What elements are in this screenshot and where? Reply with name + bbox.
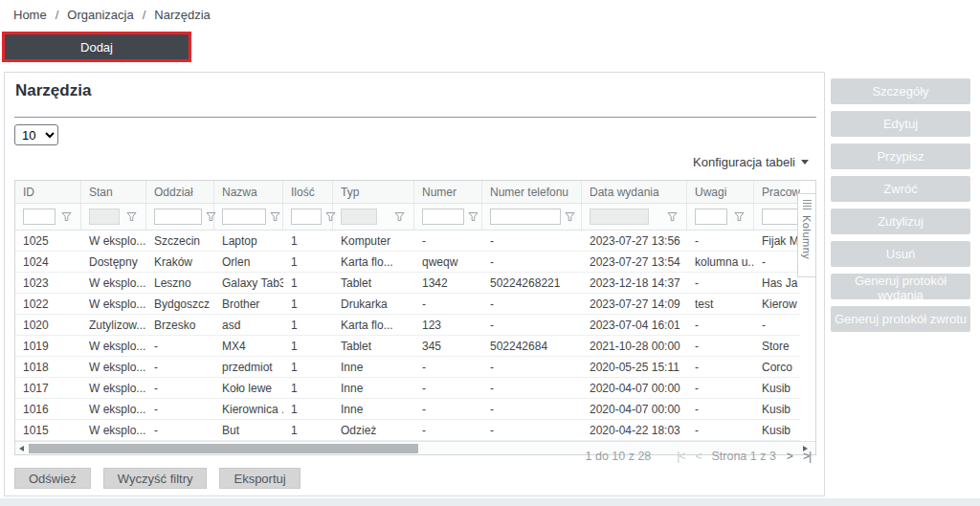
table-cell: - <box>146 357 214 377</box>
edytuj-button[interactable]: Edytuj <box>831 111 970 137</box>
table-cell: - <box>482 252 582 272</box>
table-cell: Inne <box>333 378 414 398</box>
filter-icon[interactable] <box>126 211 137 222</box>
table-row[interactable]: 1018W eksplo...-przedmiot1Inne--2020-05-… <box>15 357 800 378</box>
filter-icon[interactable] <box>61 211 72 222</box>
filter-input-oddzia[interactable] <box>154 209 202 225</box>
table-cell: - <box>687 399 754 419</box>
filter-input-ilosc[interactable] <box>291 209 322 225</box>
table-cell: Corco <box>754 357 800 377</box>
table-cell: Kusib <box>754 420 800 440</box>
table-cell: 2020-04-22 18:03 <box>582 420 687 440</box>
table-row[interactable]: 1022W eksplo...BydgoszczBrother1Drukarka… <box>15 294 800 315</box>
table-cell: Kusib <box>754 399 800 419</box>
table-cell: - <box>482 357 582 377</box>
column-header-nazwa[interactable]: Nazwa <box>214 181 283 203</box>
filter-icon[interactable] <box>565 211 575 222</box>
table-cell: Kraków <box>146 252 214 272</box>
filter-input-pracownik[interactable] <box>762 209 800 225</box>
zutylizuj-button[interactable]: Zutylizuj <box>831 209 970 234</box>
zwroc-button[interactable]: Zwróć <box>831 176 970 202</box>
export-button[interactable]: Eksportuj <box>219 468 300 489</box>
previous-page-icon[interactable]: < <box>695 450 701 463</box>
table-cell: - <box>146 399 214 419</box>
generuj-protokol-wydania-button[interactable]: Generuj protokół wydania <box>831 274 970 299</box>
table-body: 1025W eksplo...SzczecinLaptop1Komputer--… <box>15 231 800 441</box>
page-size-select[interactable]: 10 <box>14 124 58 145</box>
table-cell: 2023-07-27 13:54 <box>582 252 687 272</box>
columns-tab[interactable]: Kolumny <box>797 193 815 277</box>
column-header-data-wydania[interactable]: Data wydania <box>582 181 687 203</box>
table-cell: 1 <box>283 294 333 314</box>
usun-button[interactable]: Usuń <box>831 241 970 267</box>
column-header-label: Numer <box>422 186 457 199</box>
column-header-uwagi[interactable]: Uwagi <box>687 181 754 203</box>
table-cell: - <box>414 378 482 398</box>
przypisz-button[interactable]: Przypisz <box>831 143 970 169</box>
column-header-typ[interactable]: Typ <box>333 181 414 203</box>
filter-input-uwagi[interactable] <box>695 209 727 225</box>
add-button[interactable]: Dodaj <box>5 34 189 59</box>
column-header-ilosc[interactable]: Ilość <box>283 181 333 203</box>
table-cell: - <box>687 336 754 356</box>
filter-icon[interactable] <box>734 211 745 222</box>
footer-buttons: Odśwież Wyczyść filtry Eksportuj <box>14 468 301 489</box>
table-cell: 2020-05-25 15:11 <box>582 357 687 377</box>
filter-input-id[interactable] <box>23 209 56 225</box>
table-cell: - <box>754 252 800 272</box>
table-cell: W eksplo... <box>81 399 146 419</box>
filter-icon[interactable] <box>468 211 479 222</box>
column-header-stan[interactable]: Stan <box>81 181 146 203</box>
column-header-numer[interactable]: Numer <box>414 181 482 203</box>
table-row[interactable]: 1023W eksplo...LesznoGalaxy Tab31Tablet1… <box>15 273 800 294</box>
table-cell: W eksplo... <box>81 273 146 293</box>
filter-icon[interactable] <box>270 211 280 222</box>
filter-input-nazwa[interactable] <box>222 209 266 225</box>
table-cell: Koło lewe <box>214 378 283 398</box>
table-row[interactable]: 1017W eksplo...-Koło lewe1Inne--2020-04-… <box>15 378 800 399</box>
table-row[interactable]: 1015W eksplo...-But1Odzież--2020-04-22 1… <box>15 420 800 441</box>
breadcrumb-item-narzedzia[interactable]: Narzędzia <box>154 8 211 22</box>
breadcrumb-item-organizacja[interactable]: Organizacja <box>67 8 133 22</box>
generuj-protokol-zwrotu-button[interactable]: Generuj protokół zwrotu <box>831 306 970 332</box>
breadcrumb-item-home[interactable]: Home <box>13 8 47 22</box>
column-header-pracownik[interactable]: Pracownik <box>754 181 800 203</box>
table-row[interactable]: 1024DostępnyKrakówOrlen1Karta flo...qweq… <box>15 252 800 273</box>
filter-icon[interactable] <box>394 211 405 222</box>
breadcrumb-separator: / <box>143 8 146 22</box>
next-page-icon[interactable]: > <box>787 450 792 463</box>
table-cell: - <box>482 420 582 440</box>
filter-cell-id <box>15 204 81 230</box>
table-cell: 1020 <box>15 315 81 335</box>
first-page-icon[interactable]: |< <box>677 450 684 463</box>
table-cell: - <box>482 294 582 314</box>
last-page-icon[interactable]: >| <box>803 450 811 463</box>
table-row[interactable]: 1020Zutylizow...Brzeskoasd1Karta flo...1… <box>15 315 800 336</box>
filter-cell-pracownik <box>754 204 800 230</box>
clear-filters-button[interactable]: Wyczyść filtry <box>103 468 208 489</box>
column-header-id[interactable]: ID <box>15 181 81 203</box>
table-cell: Odzież <box>333 420 414 440</box>
filter-input-numer[interactable] <box>422 209 464 225</box>
table-config-dropdown[interactable]: Konfiguracja tabeli <box>693 155 809 169</box>
filter-icon[interactable] <box>667 211 678 222</box>
breadcrumb: Home/Organizacja/Narzędzia <box>13 8 211 22</box>
refresh-button[interactable]: Odśwież <box>14 468 91 489</box>
scroll-left-arrow-icon[interactable] <box>19 446 24 451</box>
pagination-range: 1 do 10 z 28 <box>586 450 652 463</box>
table-cell: 502242684 <box>482 336 582 356</box>
column-header-oddzia[interactable]: Oddział <box>146 181 214 203</box>
table-row[interactable]: 1016W eksplo...-Kierownica ...1Inne--202… <box>15 399 800 420</box>
scrollbar-thumb[interactable] <box>29 444 418 453</box>
table-row[interactable]: 1019W eksplo...-MX41Tablet34550224268420… <box>15 336 800 357</box>
table-cell: Inne <box>333 357 414 377</box>
column-header-label: Ilość <box>291 186 315 199</box>
filter-input-numer-telefonu[interactable] <box>490 209 561 225</box>
filter-input-stan <box>89 209 120 225</box>
table-row[interactable]: 1025W eksplo...SzczecinLaptop1Komputer--… <box>15 231 800 252</box>
column-header-numer-telefonu[interactable]: Numer telefonu <box>482 181 582 203</box>
szczegoly-button[interactable]: Szczegóły <box>831 78 970 104</box>
chevron-down-icon <box>801 160 809 165</box>
table-cell: kolumna u... <box>687 252 754 272</box>
table-cell: Kusib <box>754 378 800 398</box>
